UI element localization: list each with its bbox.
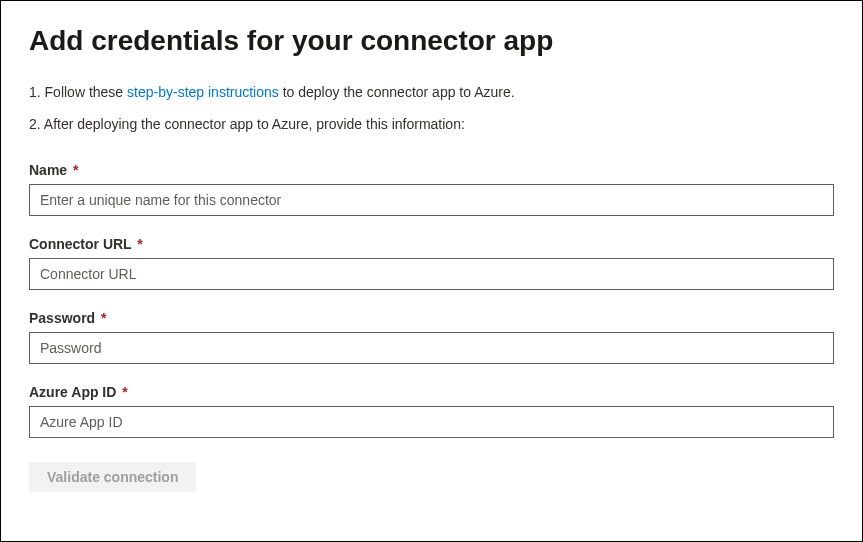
instruction-step-1-prefix: 1. Follow these bbox=[29, 84, 127, 100]
field-group-name: Name * bbox=[29, 162, 834, 216]
field-group-azure-app-id: Azure App ID * bbox=[29, 384, 834, 438]
credentials-form: Name * Connector URL * Password * Azure … bbox=[29, 162, 834, 492]
connector-url-input[interactable] bbox=[29, 258, 834, 290]
required-marker: * bbox=[122, 384, 127, 400]
azure-app-id-label: Azure App ID * bbox=[29, 384, 834, 400]
connector-url-label: Connector URL * bbox=[29, 236, 834, 252]
instruction-step-1-suffix: to deploy the connector app to Azure. bbox=[279, 84, 515, 100]
instruction-step-1: 1. Follow these step-by-step instruction… bbox=[29, 81, 834, 103]
instructions-link[interactable]: step-by-step instructions bbox=[127, 84, 279, 100]
name-label: Name * bbox=[29, 162, 834, 178]
required-marker: * bbox=[137, 236, 142, 252]
name-input[interactable] bbox=[29, 184, 834, 216]
page-title: Add credentials for your connector app bbox=[29, 25, 834, 57]
field-group-connector-url: Connector URL * bbox=[29, 236, 834, 290]
required-marker: * bbox=[73, 162, 78, 178]
password-label: Password * bbox=[29, 310, 834, 326]
instruction-step-2: 2. After deploying the connector app to … bbox=[29, 113, 834, 135]
required-marker: * bbox=[101, 310, 106, 326]
field-group-password: Password * bbox=[29, 310, 834, 364]
azure-app-id-input[interactable] bbox=[29, 406, 834, 438]
validate-connection-button[interactable]: Validate connection bbox=[29, 462, 196, 492]
password-input[interactable] bbox=[29, 332, 834, 364]
